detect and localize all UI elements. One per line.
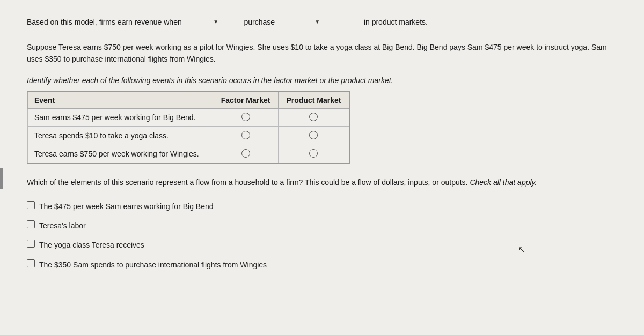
col-header-event: Event (28, 92, 213, 108)
product-radio-cell-2[interactable] (278, 126, 349, 145)
check-item-3: The yoga class Teresa receives (27, 239, 617, 251)
dropdown1-value (186, 16, 211, 27)
table-instruction: Identify whether each of the following e… (27, 76, 617, 85)
left-border-indicator (0, 168, 3, 189)
factor-radio-1[interactable] (241, 113, 250, 121)
table-header-row: Event Factor Market Product Market (28, 92, 349, 108)
checkbox-2[interactable] (27, 220, 35, 228)
table-row: Teresa spends $10 to take a yoga class. (28, 126, 349, 145)
scenario-paragraph: Suppose Teresa earns $750 per week worki… (27, 41, 617, 65)
col-header-product: Product Market (278, 92, 349, 108)
factor-radio-cell-1[interactable] (213, 108, 279, 126)
dropdown1[interactable]: ▼ (186, 16, 240, 28)
check-item-4: The $350 Sam spends to purchase internat… (27, 259, 617, 271)
page-container: Based on this model, firms earn revenue … (0, 0, 644, 335)
event-cell-1: Sam earns $475 per week working for Big … (28, 108, 213, 126)
scenario-text: Suppose Teresa earns $750 per week worki… (27, 43, 607, 63)
product-radio-2[interactable] (309, 131, 318, 139)
event-cell-3: Teresa earns $750 per week working for W… (28, 145, 213, 163)
between-text: purchase (244, 17, 275, 28)
checkbox-3[interactable] (27, 240, 35, 248)
table-row: Sam earns $475 per week working for Big … (28, 108, 349, 126)
check-label-3: The yoga class Teresa receives (39, 239, 144, 251)
col-header-factor: Factor Market (213, 92, 279, 108)
check-label-1: The $475 per week Sam earns working for … (39, 200, 214, 212)
dropdown2-arrow-icon: ▼ (314, 18, 320, 26)
check-item-1: The $475 per week Sam earns working for … (27, 200, 617, 212)
check-section: Which of the elements of this scenario r… (27, 176, 617, 271)
before-dropdown1-text: Based on this model, firms earn revenue … (27, 17, 182, 28)
factor-radio-2[interactable] (241, 131, 250, 139)
product-radio-cell-3[interactable] (278, 145, 349, 163)
checkbox-1[interactable] (27, 201, 35, 209)
factor-radio-cell-2[interactable] (213, 126, 279, 145)
dropdown2[interactable]: ▼ (279, 16, 360, 28)
check-label-2: Teresa's labor (39, 220, 86, 232)
event-cell-2: Teresa spends $10 to take a yoga class. (28, 126, 213, 145)
top-sentence-section: Based on this model, firms earn revenue … (27, 16, 617, 28)
check-item-2: Teresa's labor (27, 220, 617, 232)
product-radio-cell-1[interactable] (278, 108, 349, 126)
check-instruction: Which of the elements of this scenario r… (27, 176, 617, 188)
table-row: Teresa earns $750 per week working for W… (28, 145, 349, 163)
factor-radio-3[interactable] (241, 149, 250, 158)
product-radio-1[interactable] (309, 113, 318, 121)
check-label-4: The $350 Sam spends to purchase internat… (39, 259, 267, 271)
market-table-container: Event Factor Market Product Market Sam e… (27, 91, 350, 164)
checkbox-4[interactable] (27, 259, 35, 267)
dropdown2-value (279, 16, 312, 27)
product-radio-3[interactable] (309, 149, 318, 158)
dropdown1-arrow-icon: ▼ (213, 18, 218, 26)
market-table: Event Factor Market Product Market Sam e… (27, 92, 349, 163)
after-text: in product markets. (364, 17, 428, 28)
factor-radio-cell-3[interactable] (213, 145, 279, 163)
